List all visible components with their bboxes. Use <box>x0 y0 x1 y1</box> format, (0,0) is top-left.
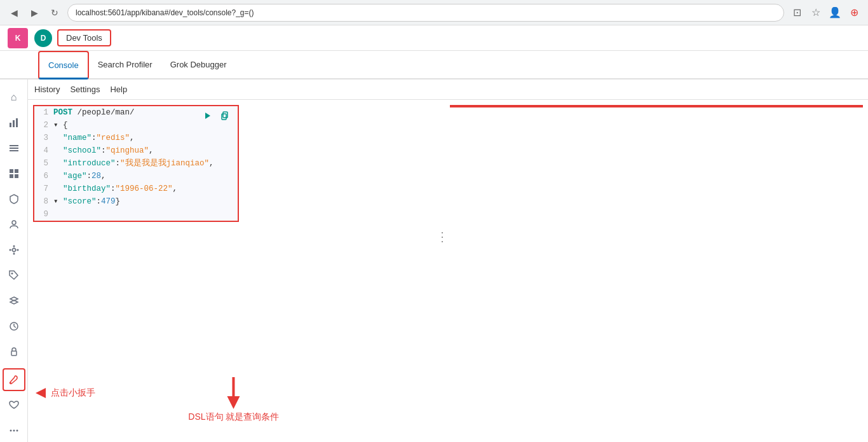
sidebar-shield-icon[interactable] <box>3 188 25 211</box>
sidebar-grid-icon[interactable] <box>3 162 25 185</box>
sidebar-layers-icon[interactable] <box>3 289 25 312</box>
svg-point-20 <box>11 273 13 275</box>
line-num-9: 9 <box>34 208 53 221</box>
sidebar-more-icon[interactable] <box>3 419 25 442</box>
code-editor-content[interactable]: 1 POST /people/man/ 2 ▾ { 3 <box>34 106 238 221</box>
dev-tools-tab[interactable]: Dev Tools <box>57 29 111 46</box>
settings-menu[interactable]: Settings <box>70 85 100 94</box>
line-content-5: "introduce":"我是我是我jianqiao", <box>53 157 238 170</box>
tab-search-profiler[interactable]: Search Profiler <box>89 51 161 79</box>
cast-icon[interactable]: ⊡ <box>789 5 804 20</box>
arrow-stem <box>233 377 235 396</box>
sidebar-cluster-icon[interactable] <box>3 238 25 261</box>
key-4: "school" <box>63 146 101 155</box>
help-menu[interactable]: Help <box>110 85 127 94</box>
svg-rect-33 <box>222 114 226 120</box>
wrench-label: 点击小扳手 <box>51 387 95 399</box>
svg-rect-4 <box>10 148 18 149</box>
svg-point-28 <box>10 430 11 432</box>
line-num-2: 2 <box>34 119 53 132</box>
url-text: localhost:5601/app/kibana#/dev_tools/con… <box>76 8 254 17</box>
tab-grok-debugger-label: Grok Debugger <box>170 60 227 69</box>
tab-grok-debugger[interactable]: Grok Debugger <box>161 51 236 79</box>
line-num-6: 6 <box>34 170 53 183</box>
sidebar-home-icon[interactable]: ⌂ <box>3 86 25 109</box>
result-pane-wrapper: 1 查询结果出现在这里 <box>450 100 868 442</box>
tab-console-label: Console <box>48 60 79 70</box>
tab-console[interactable]: Console <box>38 51 89 79</box>
code-line-4: 4 "school":"qinghua", <box>34 144 238 157</box>
svg-point-13 <box>13 253 15 255</box>
svg-rect-8 <box>10 174 13 178</box>
key-6: "age" <box>63 172 87 181</box>
svg-rect-6 <box>10 169 13 173</box>
logo-k: K <box>15 34 21 43</box>
line-num-5: 5 <box>34 157 53 170</box>
sidebar-tag-icon[interactable] <box>3 264 25 287</box>
pane-divider[interactable]: ⋮ <box>436 229 447 244</box>
dev-tools-label: Dev Tools <box>66 33 102 43</box>
svg-rect-1 <box>13 120 15 127</box>
code-line-7: 7 "birthday":"1996-06-22", <box>34 183 238 195</box>
key-8: "score" <box>63 197 97 206</box>
main-content: ⌂ <box>0 79 868 442</box>
wrench-arrow-left <box>36 388 46 398</box>
svg-rect-5 <box>10 150 18 151</box>
run-icon[interactable] <box>201 109 215 123</box>
app-layout: K D Dev Tools Console Search Profiler Gr… <box>0 25 868 442</box>
val-6: 28 <box>92 172 101 181</box>
key-5: "introduce" <box>63 159 116 168</box>
line-content-3: "name":"redis", <box>53 132 238 144</box>
user-avatar: D <box>34 29 52 47</box>
val-5: "我是我是我jianqiao" <box>120 159 209 168</box>
method-keyword: POST <box>53 108 72 117</box>
back-button[interactable]: ◀ <box>6 5 22 20</box>
svg-point-29 <box>13 430 15 432</box>
sidebar-list-icon[interactable] <box>3 137 25 160</box>
sidebar-clock-icon[interactable] <box>3 315 25 338</box>
history-menu[interactable]: History <box>34 85 60 94</box>
line-content-7: "birthday":"1996-06-22", <box>53 183 238 195</box>
code-action-icons <box>201 109 233 123</box>
sidebar-heart-icon[interactable] <box>3 394 25 417</box>
result-placeholder-text: 查询结果出现在这里 <box>611 105 702 107</box>
result-pane: 1 查询结果出现在这里 <box>450 105 863 107</box>
forward-button[interactable]: ▶ <box>27 5 42 20</box>
sidebar-chart-icon[interactable] <box>3 111 25 134</box>
val-3: "redis" <box>97 134 130 142</box>
extension-icon[interactable]: ⊕ <box>846 5 862 20</box>
svg-point-15 <box>17 249 18 251</box>
svg-point-12 <box>13 245 15 247</box>
profile-icon[interactable]: 👤 <box>827 5 843 20</box>
svg-rect-26 <box>11 351 17 356</box>
sidebar-lock-icon[interactable] <box>3 340 25 363</box>
browser-icon-group: ⊡ ☆ 👤 ⊕ <box>789 5 862 20</box>
line-num-4: 4 <box>34 144 53 157</box>
nav-tabs: Console Search Profiler Grok Debugger <box>0 51 868 79</box>
code-line-6: 6 "age":28, <box>34 170 238 183</box>
key-3: "name" <box>63 134 92 142</box>
arrow-head <box>227 396 240 409</box>
sidebar-wrench-icon[interactable] <box>3 368 25 391</box>
svg-line-25 <box>14 326 16 328</box>
svg-rect-0 <box>10 123 11 127</box>
line-content-9 <box>53 208 238 221</box>
line-content-4: "school":"qinghua", <box>53 144 238 157</box>
copy-icon[interactable] <box>219 109 233 123</box>
svg-point-14 <box>9 249 11 251</box>
line-num-8: 8 <box>34 195 53 208</box>
browser-bar: ◀ ▶ ↻ localhost:5601/app/kibana#/dev_too… <box>0 0 868 25</box>
code-line-9: 9 <box>34 208 238 221</box>
val-7: "1996-06-22" <box>116 184 173 193</box>
sidebar-user-icon[interactable] <box>3 213 25 236</box>
code-editor-pane[interactable]: 1 POST /people/man/ 2 ▾ { 3 <box>33 105 239 222</box>
refresh-button[interactable]: ↻ <box>47 5 62 20</box>
svg-point-30 <box>16 430 18 432</box>
code-line-8: 8 ▾ "score":479} <box>34 195 238 208</box>
app-header: K D Dev Tools <box>0 25 868 51</box>
dsl-label: DSL语句 就是查询条件 <box>188 411 279 423</box>
svg-point-10 <box>12 221 16 224</box>
address-bar[interactable]: localhost:5601/app/kibana#/dev_tools/con… <box>67 4 784 22</box>
bookmark-icon[interactable]: ☆ <box>808 5 824 20</box>
svg-rect-3 <box>10 145 18 146</box>
